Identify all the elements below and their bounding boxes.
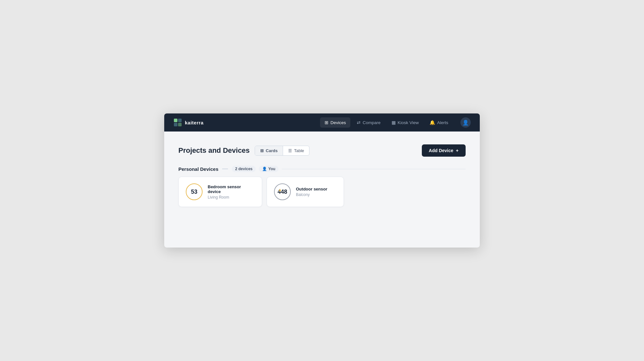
- cards-icon: ⊞: [260, 148, 264, 153]
- nav-devices[interactable]: ⊞ Devices: [320, 117, 350, 128]
- device-card-2[interactable]: ▲ 448 Outdoor sensor Balcony: [267, 177, 344, 207]
- nav-compare[interactable]: ⇄ Compare: [352, 117, 385, 128]
- cards-view-button[interactable]: ⊞ Cards: [255, 146, 283, 155]
- section-line: [282, 169, 466, 169]
- page-title-area: Projects and Devices ⊞ Cards ☰ Table: [178, 146, 309, 156]
- section-header: Personal Devices 2 devices 👤 You: [178, 166, 466, 172]
- table-label: Table: [294, 148, 304, 153]
- svg-rect-0: [174, 119, 177, 122]
- warning-triangle-icon: ▲: [278, 187, 282, 192]
- devices-icon: ⊞: [325, 120, 328, 125]
- score-circle-1: 53: [186, 183, 203, 200]
- device-location-1: Living Room: [208, 195, 255, 200]
- nav-alerts-label: Alerts: [437, 120, 448, 125]
- owner-badge: 👤 You: [259, 166, 279, 172]
- device-cards-container: 53 Bedroom sensor device Living Room ▲ 4…: [178, 177, 466, 207]
- device-info-2: Outdoor sensor Balcony: [296, 187, 327, 197]
- add-device-button[interactable]: Add Device +: [422, 144, 466, 157]
- logo: kaiterra: [173, 118, 204, 127]
- view-toggle: ⊞ Cards ☰ Table: [255, 146, 309, 156]
- add-device-plus-icon: +: [456, 148, 459, 153]
- table-view-button[interactable]: ☰ Table: [283, 146, 309, 155]
- device-name-1: Bedroom sensor device: [208, 184, 255, 194]
- navbar: kaiterra ⊞ Devices ⇄ Compare ▦ Kiosk Vie…: [164, 113, 480, 132]
- svg-rect-1: [178, 119, 182, 122]
- svg-rect-2: [174, 123, 177, 126]
- user-avatar[interactable]: 👤: [460, 117, 471, 128]
- score-circle-2: 448: [274, 183, 291, 200]
- person-icon: 👤: [262, 167, 267, 171]
- logo-text: kaiterra: [185, 120, 204, 125]
- user-icon: 👤: [462, 120, 469, 126]
- app-window: kaiterra ⊞ Devices ⇄ Compare ▦ Kiosk Vie…: [164, 113, 480, 248]
- page-title: Projects and Devices: [178, 146, 250, 155]
- logo-icon: [173, 118, 182, 127]
- kiosk-icon: ▦: [392, 120, 396, 125]
- nav-kiosk-label: Kiosk View: [398, 120, 419, 125]
- nav-devices-label: Devices: [330, 120, 346, 125]
- device-info-1: Bedroom sensor device Living Room: [208, 184, 255, 200]
- device-name-2: Outdoor sensor: [296, 187, 327, 191]
- navbar-links: ⊞ Devices ⇄ Compare ▦ Kiosk View 🔔 Alert…: [320, 117, 453, 128]
- nav-compare-label: Compare: [363, 120, 381, 125]
- device-count-badge: 2 devices: [232, 166, 256, 172]
- device-card[interactable]: 53 Bedroom sensor device Living Room: [178, 177, 262, 207]
- nav-kiosk[interactable]: ▦ Kiosk View: [387, 117, 423, 128]
- owner-label: You: [268, 167, 275, 171]
- section-title: Personal Devices: [178, 166, 218, 172]
- device-location-2: Balcony: [296, 192, 327, 197]
- section-divider: [222, 169, 228, 169]
- page-header: Projects and Devices ⊞ Cards ☰ Table Add…: [178, 144, 466, 157]
- personal-devices-section: Personal Devices 2 devices 👤 You 53 Bedr…: [178, 166, 466, 207]
- score-value-1: 53: [191, 189, 197, 195]
- add-device-label: Add Device: [429, 148, 453, 153]
- nav-alerts[interactable]: 🔔 Alerts: [425, 117, 453, 128]
- table-icon: ☰: [288, 148, 292, 153]
- main-content: Projects and Devices ⊞ Cards ☰ Table Add…: [164, 132, 480, 248]
- alerts-icon: 🔔: [430, 120, 435, 125]
- compare-icon: ⇄: [357, 120, 361, 125]
- cards-label: Cards: [266, 148, 278, 153]
- svg-rect-3: [178, 123, 182, 126]
